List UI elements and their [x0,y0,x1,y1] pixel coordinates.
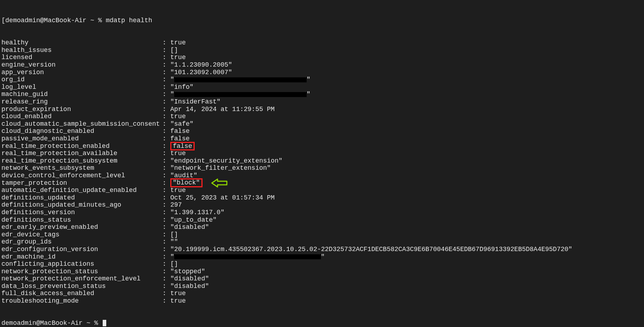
kv-row: machine_guid: "" [1,91,643,98]
kv-row: release_ring: "InsiderFast" [1,98,643,106]
kv-key: cloud_automatic_sample_submission_consen… [1,120,162,128]
kv-value: Oct 25, 2023 at 01:57:34 PM [170,194,275,202]
redacted-bar [174,77,307,82]
kv-colon: : [162,187,170,194]
kv-key: real_time_protection_enabled [1,143,162,150]
kv-row: cloud_diagnostic_enabled: false [1,128,643,135]
kv-row: definitions_updated: Oct 25, 2023 at 01:… [1,194,643,202]
kv-value: "block" [170,178,228,188]
kv-value: [] [170,231,178,239]
kv-row: product_expiration: Apr 14, 2024 at 11:2… [1,106,643,113]
kv-row: conflicting_applications: [] [1,260,643,268]
kv-value: "1.399.1317.0" [170,209,224,216]
kv-colon: : [162,216,170,224]
kv-key: troubleshooting_mode [1,297,162,305]
kv-colon: : [162,61,170,69]
kv-row: automatic_definition_update_enabled: tru… [1,187,643,194]
kv-key: engine_version [1,61,162,69]
kv-row: device_control_enforcement_level: "audit… [1,172,643,179]
kv-key: automatic_definition_update_enabled [1,187,162,194]
kv-value: false [170,128,190,135]
kv-row: org_id: "" [1,76,643,83]
kv-row: edr_machine_id: "" [1,253,643,261]
kv-row: real_time_protection_enabled: false [1,143,643,150]
kv-row: full_disk_access_enabled: true [1,290,643,298]
kv-colon: : [162,179,170,187]
kv-value: "InsiderFast" [170,98,220,106]
redacted-bar [174,92,307,97]
kv-colon: : [162,283,170,290]
kv-colon: : [162,297,170,305]
kv-key: machine_guid [1,91,162,98]
kv-key: tamper_protection [1,179,162,187]
kv-colon: : [162,150,170,157]
kv-value: [] [170,47,178,54]
kv-key: definitions_updated_minutes_ago [1,201,162,209]
kv-value: true [170,54,186,61]
kv-colon: : [162,120,170,128]
kv-colon: : [162,253,170,261]
kv-colon: : [162,76,170,83]
kv-key: full_disk_access_enabled [1,290,162,297]
kv-key: healthy [1,39,162,47]
value-suffix: " [321,253,325,261]
prompt-line-2[interactable]: demoadmin@MacBook-Air ~ % [1,319,643,327]
kv-colon: : [162,194,170,202]
kv-key: definitions_version [1,209,162,216]
kv-row: passive_mode_enabled: false [1,135,643,143]
kv-key: real_time_protection_subsystem [1,157,162,165]
kv-key: device_control_enforcement_level [1,172,162,179]
kv-row: engine_version: "1.1.23090.2005" [1,61,643,69]
prompt-line: [demoadmin@MacBook-Air ~ % mdatp health [1,17,643,24]
kv-value: "disabled" [170,283,209,290]
kv-key: release_ring [1,98,162,106]
kv-value: "info" [170,83,194,91]
kv-colon: : [162,143,170,150]
kv-colon: : [162,106,170,113]
kv-row: definitions_status: "up_to_date" [1,216,643,224]
kv-value: true [170,150,186,157]
kv-row: edr_configuration_version: "20.199999.ic… [1,246,643,253]
kv-key: edr_configuration_version [1,246,162,253]
terminal-window[interactable]: [demoadmin@MacBook-Air ~ % mdatp health … [0,0,644,327]
kv-value: "disabled" [170,275,209,283]
kv-row: definitions_version: "1.399.1317.0" [1,209,643,216]
kv-value: "101.23092.0007" [170,69,232,76]
kv-row: licensed: true [1,54,643,62]
kv-key: passive_mode_enabled [1,135,162,143]
kv-value: 297 [170,201,182,209]
kv-value: true [170,297,186,305]
kv-colon: : [162,128,170,135]
redacted-bar [174,254,321,259]
kv-key: cloud_diagnostic_enabled [1,128,162,135]
kv-value: true [170,113,186,120]
kv-key: health_issues [1,47,162,54]
value-prefix: " [170,76,174,83]
kv-colon: : [162,223,170,231]
kv-value: "1.1.23090.2005" [170,61,232,69]
kv-key: log_level [1,83,162,91]
highlight-box: "block" [170,178,203,187]
kv-value: "20.199999.icm.435502367.2023.10.25.02-2… [170,246,572,253]
kv-key: network_events_subsystem [1,164,162,172]
kv-row: real_time_protection_subsystem: "endpoin… [1,157,643,165]
cursor [103,320,106,326]
kv-key: data_loss_prevention_status [1,283,162,290]
kv-value: [] [170,260,178,268]
kv-value: "endpoint_security_extension" [170,157,282,165]
kv-colon: : [162,91,170,98]
kv-colon: : [162,98,170,106]
kv-row: troubleshooting_mode: true [1,297,643,305]
kv-colon: : [162,47,170,54]
kv-key: network_protection_status [1,268,162,275]
kv-key: conflicting_applications [1,260,162,268]
kv-colon: : [162,83,170,91]
kv-value: "" [170,238,178,246]
kv-colon: : [162,275,170,283]
kv-colon: : [162,39,170,47]
prompt-ready: demoadmin@MacBook-Air ~ % [1,319,102,327]
value-prefix: " [170,91,174,98]
kv-key: edr_machine_id [1,253,162,261]
kv-colon: : [162,246,170,253]
highlight-box: false [170,142,195,151]
